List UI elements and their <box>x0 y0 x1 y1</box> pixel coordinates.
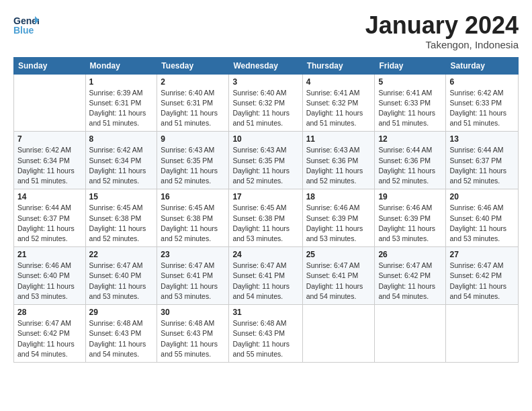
sunset-text: Sunset: 6:35 PM <box>232 156 298 166</box>
day-info: Sunrise: 6:43 AMSunset: 6:36 PMDaylight:… <box>306 145 371 186</box>
day-number: 7 <box>17 134 82 144</box>
sunrise-text: Sunrise: 6:45 AM <box>232 203 298 213</box>
day-number: 29 <box>89 308 154 317</box>
day-info: Sunrise: 6:41 AMSunset: 6:33 PMDaylight:… <box>378 88 442 129</box>
day-cell: 24Sunrise: 6:47 AMSunset: 6:41 PMDayligh… <box>229 247 302 305</box>
daylight-text: Daylight: 11 hours and 54 minutes. <box>449 281 515 302</box>
header-cell-thursday: Thursday <box>302 57 375 74</box>
calendar-page: General Blue January 2024 Takengon, Indo… <box>0 0 532 411</box>
day-cell: 14Sunrise: 6:44 AMSunset: 6:37 PMDayligh… <box>14 189 86 247</box>
day-cell: 28Sunrise: 6:47 AMSunset: 6:42 PMDayligh… <box>14 305 86 363</box>
day-number: 30 <box>161 308 225 317</box>
sunset-text: Sunset: 6:35 PM <box>161 156 225 166</box>
day-cell: 29Sunrise: 6:48 AMSunset: 6:43 PMDayligh… <box>85 305 157 363</box>
daylight-text: Daylight: 11 hours and 51 minutes. <box>449 108 515 128</box>
daylight-text: Daylight: 11 hours and 54 minutes. <box>89 339 154 359</box>
day-number: 21 <box>17 250 82 259</box>
daylight-text: Daylight: 11 hours and 52 minutes. <box>161 224 225 244</box>
day-cell: 1Sunrise: 6:39 AMSunset: 6:31 PMDaylight… <box>85 74 157 132</box>
day-info: Sunrise: 6:47 AMSunset: 6:42 PMDaylight:… <box>449 261 515 302</box>
sunrise-text: Sunrise: 6:44 AM <box>17 203 82 213</box>
daylight-text: Daylight: 11 hours and 53 minutes. <box>17 281 82 302</box>
logo-icon: General Blue <box>13 12 39 38</box>
sunset-text: Sunset: 6:39 PM <box>378 214 442 224</box>
sunrise-text: Sunrise: 6:47 AM <box>449 261 515 271</box>
day-number: 17 <box>232 192 298 201</box>
day-cell: 8Sunrise: 6:42 AMSunset: 6:34 PMDaylight… <box>85 132 157 189</box>
sunrise-text: Sunrise: 6:47 AM <box>306 261 371 271</box>
day-number: 16 <box>161 192 225 201</box>
day-number: 11 <box>306 134 371 144</box>
sunrise-text: Sunrise: 6:46 AM <box>306 203 371 213</box>
daylight-text: Daylight: 11 hours and 53 minutes. <box>161 281 225 302</box>
sunrise-text: Sunrise: 6:42 AM <box>449 88 515 98</box>
daylight-text: Daylight: 11 hours and 54 minutes. <box>232 281 298 302</box>
header-row: SundayMondayTuesdayWednesdayThursdayFrid… <box>14 57 519 74</box>
day-cell: 19Sunrise: 6:46 AMSunset: 6:39 PMDayligh… <box>375 189 446 247</box>
sunrise-text: Sunrise: 6:47 AM <box>89 261 154 271</box>
daylight-text: Daylight: 11 hours and 54 minutes. <box>378 281 442 302</box>
day-cell: 10Sunrise: 6:43 AMSunset: 6:35 PMDayligh… <box>229 132 302 189</box>
sunset-text: Sunset: 6:38 PM <box>89 214 154 224</box>
sunrise-text: Sunrise: 6:42 AM <box>89 145 154 155</box>
day-info: Sunrise: 6:44 AMSunset: 6:37 PMDaylight:… <box>17 203 82 244</box>
day-info: Sunrise: 6:48 AMSunset: 6:43 PMDaylight:… <box>232 318 298 359</box>
day-cell: 18Sunrise: 6:46 AMSunset: 6:39 PMDayligh… <box>302 189 375 247</box>
daylight-text: Daylight: 11 hours and 51 minutes. <box>161 108 225 128</box>
day-cell: 4Sunrise: 6:41 AMSunset: 6:32 PMDaylight… <box>302 74 375 132</box>
sunset-text: Sunset: 6:42 PM <box>378 271 442 281</box>
day-cell: 2Sunrise: 6:40 AMSunset: 6:31 PMDaylight… <box>157 74 229 132</box>
day-cell: 13Sunrise: 6:44 AMSunset: 6:37 PMDayligh… <box>446 132 519 189</box>
day-number: 28 <box>17 308 82 317</box>
sunrise-text: Sunrise: 6:47 AM <box>378 261 442 271</box>
day-info: Sunrise: 6:44 AMSunset: 6:36 PMDaylight:… <box>378 145 442 186</box>
day-cell <box>446 305 519 363</box>
day-number: 6 <box>449 77 515 87</box>
day-info: Sunrise: 6:39 AMSunset: 6:31 PMDaylight:… <box>89 88 154 129</box>
sunrise-text: Sunrise: 6:43 AM <box>161 145 225 155</box>
sunrise-text: Sunrise: 6:41 AM <box>306 88 371 98</box>
sunset-text: Sunset: 6:38 PM <box>161 214 225 224</box>
sunset-text: Sunset: 6:32 PM <box>306 98 371 108</box>
sunset-text: Sunset: 6:32 PM <box>232 98 298 108</box>
day-number: 26 <box>378 250 442 259</box>
daylight-text: Daylight: 11 hours and 51 minutes. <box>17 166 82 186</box>
sunrise-text: Sunrise: 6:44 AM <box>378 145 442 155</box>
header: General Blue January 2024 Takengon, Indo… <box>13 12 519 50</box>
sunrise-text: Sunrise: 6:44 AM <box>449 145 515 155</box>
day-info: Sunrise: 6:46 AMSunset: 6:39 PMDaylight:… <box>378 203 442 244</box>
sunset-text: Sunset: 6:33 PM <box>449 98 515 108</box>
sunset-text: Sunset: 6:41 PM <box>232 271 298 281</box>
calendar-table: SundayMondayTuesdayWednesdayThursdayFrid… <box>13 57 519 363</box>
daylight-text: Daylight: 11 hours and 53 minutes. <box>232 224 298 244</box>
daylight-text: Daylight: 11 hours and 54 minutes. <box>306 281 371 302</box>
sunrise-text: Sunrise: 6:47 AM <box>232 261 298 271</box>
sunrise-text: Sunrise: 6:39 AM <box>89 88 154 98</box>
svg-text:Blue: Blue <box>13 25 34 36</box>
day-cell: 26Sunrise: 6:47 AMSunset: 6:42 PMDayligh… <box>375 247 446 305</box>
day-info: Sunrise: 6:45 AMSunset: 6:38 PMDaylight:… <box>161 203 225 244</box>
day-info: Sunrise: 6:46 AMSunset: 6:40 PMDaylight:… <box>17 261 82 302</box>
header-cell-friday: Friday <box>375 57 446 74</box>
day-cell: 7Sunrise: 6:42 AMSunset: 6:34 PMDaylight… <box>14 132 86 189</box>
daylight-text: Daylight: 11 hours and 53 minutes. <box>378 224 442 244</box>
daylight-text: Daylight: 11 hours and 52 minutes. <box>306 166 371 186</box>
location: Takengon, Indonesia <box>365 39 519 50</box>
day-cell: 22Sunrise: 6:47 AMSunset: 6:40 PMDayligh… <box>85 247 157 305</box>
sunrise-text: Sunrise: 6:43 AM <box>306 145 371 155</box>
day-cell: 16Sunrise: 6:45 AMSunset: 6:38 PMDayligh… <box>157 189 229 247</box>
day-cell: 27Sunrise: 6:47 AMSunset: 6:42 PMDayligh… <box>446 247 519 305</box>
day-number: 13 <box>449 134 515 144</box>
daylight-text: Daylight: 11 hours and 53 minutes. <box>89 281 154 302</box>
header-cell-monday: Monday <box>85 57 157 74</box>
header-cell-wednesday: Wednesday <box>229 57 302 74</box>
title-block: January 2024 Takengon, Indonesia <box>365 12 519 50</box>
sunrise-text: Sunrise: 6:46 AM <box>17 261 82 271</box>
sunset-text: Sunset: 6:40 PM <box>17 271 82 281</box>
day-cell: 3Sunrise: 6:40 AMSunset: 6:32 PMDaylight… <box>229 74 302 132</box>
day-info: Sunrise: 6:47 AMSunset: 6:42 PMDaylight:… <box>17 318 82 359</box>
logo: General Blue <box>13 12 39 40</box>
sunset-text: Sunset: 6:37 PM <box>17 214 82 224</box>
day-info: Sunrise: 6:47 AMSunset: 6:40 PMDaylight:… <box>89 261 154 302</box>
sunrise-text: Sunrise: 6:43 AM <box>232 145 298 155</box>
